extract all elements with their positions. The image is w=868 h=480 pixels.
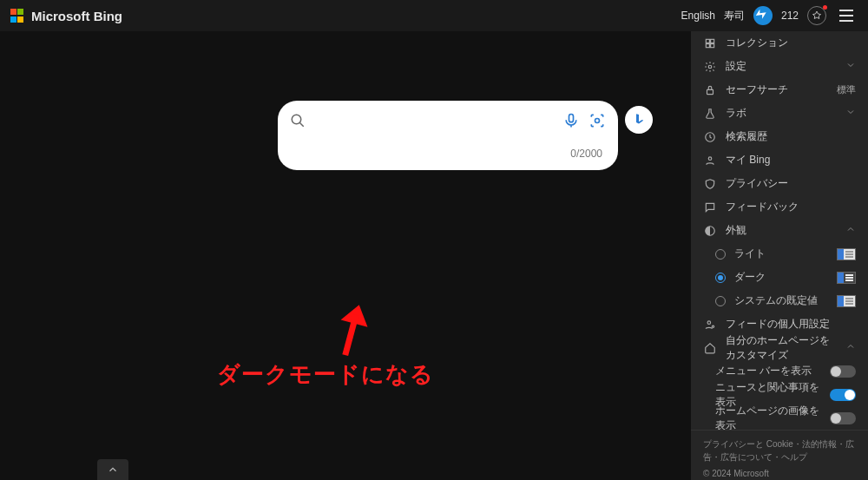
svg-rect-6 xyxy=(711,43,714,47)
lock-icon xyxy=(703,83,717,97)
search-input[interactable] xyxy=(312,115,556,129)
safesearch-value: 標準 xyxy=(837,83,856,96)
gear-icon xyxy=(703,60,717,74)
toggle-label: メニュー バーを表示 xyxy=(715,364,821,378)
svg-rect-4 xyxy=(711,39,714,43)
flask-icon xyxy=(703,107,717,121)
menu-customize-home[interactable]: 自分のホームページをカスタマイズ xyxy=(691,336,868,359)
svg-rect-5 xyxy=(706,43,709,47)
panel-footer: プライバシーと Cookie・法的情報・広告・広告について・ヘルプ © 2024… xyxy=(691,430,868,480)
menu-labs[interactable]: ラボ xyxy=(691,102,868,125)
menu-appearance[interactable]: 外観 xyxy=(691,219,868,242)
menu-label: フィードバック xyxy=(726,200,856,214)
svg-point-12 xyxy=(707,320,711,324)
clock-icon xyxy=(703,130,717,144)
appearance-option-system[interactable]: システムの既定値 xyxy=(691,289,868,312)
option-label: システムの既定値 xyxy=(734,293,828,308)
svg-rect-8 xyxy=(707,89,713,94)
menu-label: フィードの個人用設定 xyxy=(726,317,856,332)
footer-copyright: © 2024 Microsoft xyxy=(703,467,856,480)
menu-label: コレクション xyxy=(726,36,856,50)
svg-rect-3 xyxy=(706,39,709,43)
appearance-option-light[interactable]: ライト xyxy=(691,242,868,266)
language-link[interactable]: English xyxy=(681,10,715,22)
collections-icon xyxy=(703,36,717,50)
search-icon[interactable] xyxy=(290,113,306,131)
person-icon xyxy=(703,154,717,168)
microsoft-logo-icon xyxy=(10,9,24,23)
menu-label: 外観 xyxy=(726,223,837,238)
toggle-switch[interactable] xyxy=(830,365,856,378)
toggle-homepage-image[interactable]: ホームページの画像を表示 xyxy=(691,406,868,430)
person-settings-icon xyxy=(703,318,717,332)
menu-label: 設定 xyxy=(726,59,837,74)
menu-label: 自分のホームページをカスタマイズ xyxy=(726,333,837,363)
svg-point-10 xyxy=(708,156,712,160)
svg-point-13 xyxy=(712,325,713,327)
chevron-up-icon xyxy=(845,224,856,237)
contrast-icon xyxy=(703,224,717,238)
appearance-option-dark[interactable]: ダーク xyxy=(691,266,868,289)
points-label[interactable]: 212 xyxy=(781,10,799,22)
avatar-icon[interactable] xyxy=(753,6,773,25)
radio-icon xyxy=(715,296,726,306)
option-label: ダーク xyxy=(734,270,828,285)
annotation-arrow-icon xyxy=(332,301,372,358)
menu-label: ラボ xyxy=(726,106,837,121)
image-search-icon[interactable] xyxy=(589,112,606,132)
settings-panel: コレクション 設定 セーフサーチ 標準 ラボ 検索履歴 マイ Bing プライバ… xyxy=(691,31,868,480)
home-icon xyxy=(703,341,717,355)
menu-privacy[interactable]: プライバシー xyxy=(691,172,868,195)
footer-links[interactable]: プライバシーと Cookie・法的情報・広告・広告について・ヘルプ xyxy=(703,437,856,464)
search-area: 0/2000 xyxy=(278,101,653,170)
svg-point-0 xyxy=(292,115,301,124)
char-counter: 0/2000 xyxy=(570,148,602,160)
theme-preview-system-icon xyxy=(837,295,856,307)
svg-point-7 xyxy=(708,65,712,69)
menu-mybing[interactable]: マイ Bing xyxy=(691,148,868,172)
menu-label: 検索履歴 xyxy=(726,129,856,144)
chevron-down-icon xyxy=(845,60,856,73)
menu-collections[interactable]: コレクション xyxy=(691,31,868,55)
chevron-down-icon xyxy=(845,107,856,120)
menu-history[interactable]: 検索履歴 xyxy=(691,125,868,148)
menu-feedback[interactable]: フィードバック xyxy=(691,195,868,219)
logo-group[interactable]: Microsoft Bing xyxy=(10,9,122,23)
menu-settings[interactable]: 設定 xyxy=(691,55,868,78)
svg-point-2 xyxy=(595,118,600,122)
rewards-icon[interactable] xyxy=(807,6,826,25)
bing-chat-icon[interactable] xyxy=(625,106,653,134)
theme-preview-dark-icon xyxy=(837,272,856,284)
chat-icon xyxy=(703,201,717,214)
menu-label: プライバシー xyxy=(726,176,856,191)
radio-icon xyxy=(715,249,726,260)
search-box[interactable]: 0/2000 xyxy=(278,101,618,170)
menu-label: マイ Bing xyxy=(726,153,856,168)
hamburger-menu-button[interactable] xyxy=(835,4,858,27)
toggle-switch[interactable] xyxy=(830,412,856,424)
header-right: English 寿司 212 xyxy=(681,4,858,27)
scroll-to-top-button[interactable] xyxy=(97,459,128,480)
svg-rect-1 xyxy=(569,114,574,122)
shield-icon xyxy=(703,177,717,191)
theme-preview-light-icon xyxy=(837,248,856,260)
menu-label: セーフサーチ xyxy=(726,82,828,97)
header: Microsoft Bing English 寿司 212 xyxy=(0,0,868,31)
option-label: ライト xyxy=(734,247,828,261)
menu-safesearch[interactable]: セーフサーチ 標準 xyxy=(691,78,868,102)
radio-icon xyxy=(715,273,726,283)
toggle-switch[interactable] xyxy=(830,389,856,401)
username-label[interactable]: 寿司 xyxy=(724,9,745,23)
chevron-up-icon xyxy=(845,341,856,354)
brand-label: Microsoft Bing xyxy=(31,9,122,23)
mic-icon[interactable] xyxy=(562,112,580,132)
annotation-text: ダークモードになる xyxy=(217,359,434,390)
toggle-label: ホームページの画像を表示 xyxy=(715,404,821,433)
